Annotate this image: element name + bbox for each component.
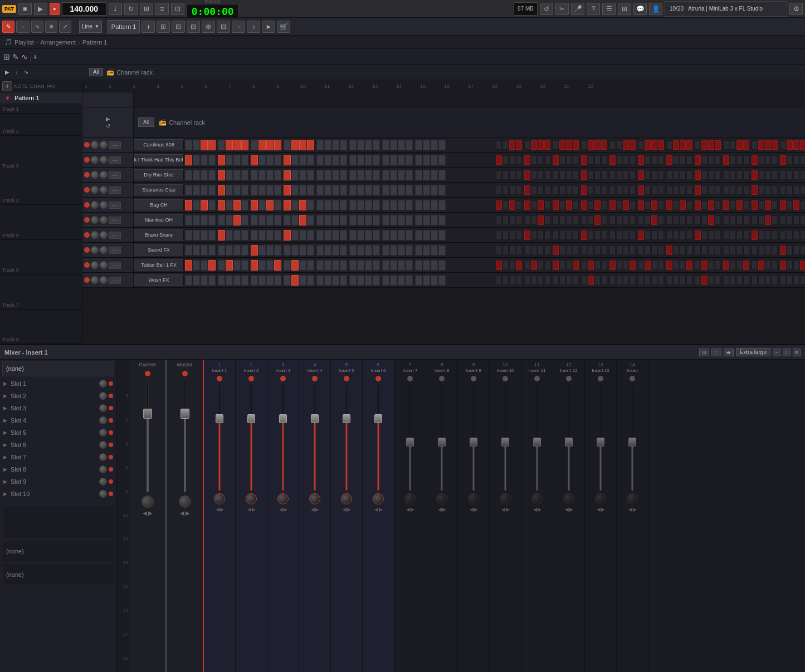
- pad-ext-5-19[interactable]: [630, 215, 636, 225]
- insert-arrow-r-3[interactable]: ▶: [315, 507, 319, 512]
- master-stereo-l[interactable]: ◀: [180, 510, 184, 516]
- pad-3-13[interactable]: [291, 185, 299, 195]
- curve-icon[interactable]: ∿: [22, 68, 30, 76]
- pad-7-9[interactable]: [258, 245, 266, 256]
- pad-5-24[interactable]: [382, 215, 389, 225]
- pad-8-16[interactable]: [316, 260, 324, 271]
- channel-name-6[interactable]: Bravo Snare: [134, 229, 184, 241]
- pad-2-20[interactable]: [349, 170, 357, 180]
- pad-2-3[interactable]: [208, 170, 216, 180]
- pad-ext-9-32[interactable]: [723, 276, 729, 285]
- pad-4-9[interactable]: [258, 200, 266, 210]
- pad-9-13[interactable]: [291, 275, 299, 286]
- ch-knob-vol-2[interactable]: [91, 171, 99, 179]
- browser-icon[interactable]: ☰: [602, 3, 616, 15]
- pad-6-17[interactable]: [324, 230, 331, 241]
- tempo-display[interactable]: 140.000: [62, 2, 106, 16]
- pad-ext-3-21[interactable]: [645, 185, 651, 195]
- pad-ext-0-3[interactable]: [516, 140, 522, 150]
- pad-ext-5-34[interactable]: [736, 215, 743, 225]
- pad-3-27[interactable]: [406, 185, 413, 195]
- pad-ext-9-37[interactable]: [758, 276, 764, 285]
- pad-ext-5-20[interactable]: [638, 215, 644, 225]
- record-button[interactable]: ●: [50, 3, 60, 15]
- pad-7-5[interactable]: [226, 245, 233, 256]
- rack-icon[interactable]: ⊞: [3, 52, 10, 61]
- pad-ext-8-3[interactable]: [516, 261, 522, 270]
- pad-5-7[interactable]: [241, 215, 248, 225]
- pad-9-26[interactable]: [398, 275, 405, 286]
- pad-5-19[interactable]: [340, 215, 347, 225]
- pad-ext-7-10[interactable]: [566, 246, 572, 255]
- pad-ext-9-41[interactable]: [787, 276, 793, 285]
- pad-4-2[interactable]: [201, 200, 208, 210]
- insert-arrow-r-12[interactable]: ▶: [601, 507, 605, 512]
- pad-ext-6-10[interactable]: [566, 230, 572, 240]
- user-icon[interactable]: 👤: [649, 3, 662, 15]
- pad-ext-3-3[interactable]: [516, 185, 522, 195]
- pad-6-13[interactable]: [291, 230, 299, 241]
- pad-7-0[interactable]: [185, 245, 192, 256]
- pad-ext-7-34[interactable]: [736, 246, 743, 255]
- pad-ext-4-32[interactable]: [723, 200, 729, 210]
- pad-8-23[interactable]: [373, 260, 380, 271]
- pad-ext-3-26[interactable]: [680, 185, 686, 195]
- pad-ext-2-28[interactable]: [695, 170, 701, 180]
- pad-ext-5-32[interactable]: [723, 215, 729, 225]
- pad-ext-5-5[interactable]: [531, 215, 537, 225]
- pad-ext-0-32[interactable]: [723, 140, 729, 150]
- pad-7-13[interactable]: [291, 245, 299, 256]
- slot-item-4[interactable]: ▶ Slot 5: [0, 426, 116, 439]
- pad-ext-6-39[interactable]: [772, 230, 778, 240]
- pad-7-8[interactable]: [251, 245, 258, 256]
- pad-ext-2-13[interactable]: [588, 170, 594, 180]
- arrow-down-icon[interactable]: ↓: [13, 68, 21, 76]
- pad-0-0[interactable]: [185, 140, 192, 150]
- pad-4-22[interactable]: [365, 200, 372, 210]
- mixer-close-btn[interactable]: ✕: [793, 349, 801, 356]
- breadcrumb-pattern[interactable]: Pattern 1: [82, 39, 108, 46]
- pad-7-26[interactable]: [398, 245, 405, 256]
- pad-ext-2-2[interactable]: [509, 170, 515, 180]
- ch-active-6[interactable]: [84, 232, 90, 238]
- pad-ext-5-2[interactable]: [509, 215, 515, 225]
- pad-ext-1-3[interactable]: [516, 155, 522, 165]
- pad-ext-7-2[interactable]: [509, 246, 515, 255]
- pad-0-5[interactable]: [226, 140, 233, 150]
- pad-3-20[interactable]: [349, 185, 357, 195]
- pad-ext-2-37[interactable]: [758, 170, 764, 180]
- insert-arrow-l-2[interactable]: ◀: [279, 507, 283, 512]
- slot-knob-6[interactable]: [99, 453, 107, 461]
- pad-ext-8-21[interactable]: [645, 261, 651, 270]
- pad-1-17[interactable]: [324, 155, 331, 165]
- settings-icon[interactable]: ⚙: [789, 3, 803, 15]
- pad-4-12[interactable]: [284, 200, 291, 210]
- pad-0-19[interactable]: [340, 140, 347, 150]
- pad-6-14[interactable]: [299, 230, 306, 241]
- pad-6-5[interactable]: [226, 230, 233, 241]
- pad-4-5[interactable]: [226, 200, 233, 210]
- insert-knob-11[interactable]: [563, 493, 574, 504]
- pad-ext-9-26[interactable]: [680, 276, 686, 285]
- pad-ext-5-18[interactable]: [623, 215, 629, 225]
- insert-arrow-r-4[interactable]: ▶: [347, 507, 351, 512]
- pad-9-3[interactable]: [208, 275, 216, 286]
- pad-2-14[interactable]: [299, 170, 306, 180]
- pad-5-3[interactable]: [208, 215, 216, 225]
- help-icon[interactable]: ?: [587, 3, 600, 15]
- pad-ext-2-3[interactable]: [516, 170, 522, 180]
- pad-ext-4-35[interactable]: [743, 200, 749, 210]
- pad-ext-6-29[interactable]: [701, 230, 708, 240]
- pad-ext-5-35[interactable]: [743, 215, 749, 225]
- pad-5-5[interactable]: [226, 215, 233, 225]
- track-2-arrow[interactable]: ▶: [106, 116, 110, 122]
- pad-ext-3-23[interactable]: [658, 185, 664, 195]
- pad-ext-3-12[interactable]: [581, 185, 587, 195]
- channel-name-1[interactable]: Kick I Think Had This Before: [134, 154, 184, 165]
- mixer-insert-8[interactable]: 9 Insert 9 ◀ ▶: [458, 360, 490, 672]
- pad-ext-7-24[interactable]: [666, 246, 672, 255]
- pad-ext-6-38[interactable]: [765, 230, 771, 240]
- pad-ext-3-4[interactable]: [524, 185, 530, 195]
- pad-ext-4-15[interactable]: [601, 200, 607, 210]
- pad-6-1[interactable]: [193, 230, 200, 241]
